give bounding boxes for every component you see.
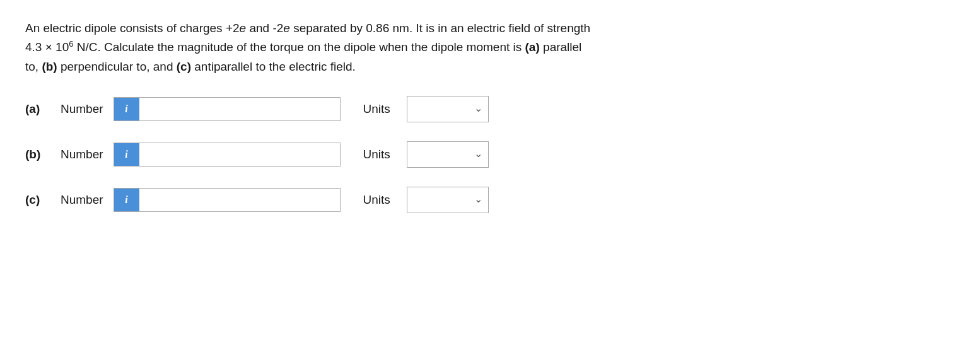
part-b-units-select[interactable]: [407, 141, 489, 168]
part-a-input-group: i: [114, 97, 341, 121]
part-c-input-group: i: [114, 188, 341, 212]
part-a-info-icon[interactable]: i: [114, 98, 139, 120]
part-a-units-label: Units: [363, 102, 390, 116]
part-a-row: (a) Number i Units: [25, 96, 955, 122]
part-b-units-label: Units: [363, 148, 390, 161]
part-c-units-label: Units: [363, 193, 390, 207]
parts-container: (a) Number i Units (b) Number i Units: [25, 96, 955, 213]
part-b-info-icon[interactable]: i: [114, 143, 139, 166]
part-b-row: (b) Number i Units: [25, 141, 955, 168]
part-c-units-wrapper: [407, 187, 489, 213]
part-c-number-input[interactable]: [139, 189, 340, 211]
part-a-label: (a): [25, 102, 50, 116]
problem-statement: An electric dipole consists of charges +…: [25, 19, 593, 77]
part-c-row: (c) Number i Units: [25, 187, 955, 213]
part-a-units-select[interactable]: [407, 96, 489, 122]
part-b-number-input[interactable]: [139, 143, 340, 166]
part-a-number-label: Number: [61, 102, 103, 116]
part-b-input-group: i: [114, 143, 341, 167]
part-c-info-icon[interactable]: i: [114, 189, 139, 211]
part-b-label: (b): [25, 148, 50, 161]
part-c-number-label: Number: [61, 193, 103, 207]
part-a-number-input[interactable]: [139, 98, 340, 120]
part-a-units-wrapper: [407, 96, 489, 122]
part-b-units-wrapper: [407, 141, 489, 168]
part-c-units-select[interactable]: [407, 187, 489, 213]
part-b-number-label: Number: [61, 148, 103, 161]
part-c-label: (c): [25, 193, 50, 207]
